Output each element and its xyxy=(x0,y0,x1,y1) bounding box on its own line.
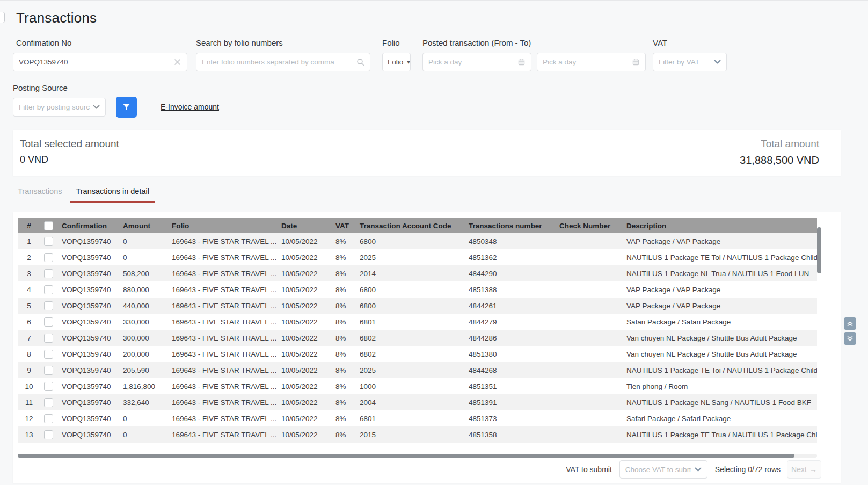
transactions-page: Transactions Confimation No Search by fo… xyxy=(0,0,868,485)
cell-confirmation: VOPQ1359740 xyxy=(56,254,118,262)
cell-transactions-number: 4851358 xyxy=(463,431,554,439)
cell-transactions-number: 4851391 xyxy=(463,399,554,407)
folio-search-input[interactable] xyxy=(202,58,353,66)
col-header-folio[interactable]: Folio xyxy=(166,222,276,230)
table-row: 3VOPQ1359740508,200169643 - FIVE STAR TR… xyxy=(18,265,817,281)
table-header-row: # Confirmation Amount Folio Date VAT Tra… xyxy=(18,218,817,233)
total-selected-label: Total selected amount xyxy=(20,138,119,150)
horizontal-scrollbar[interactable] xyxy=(18,454,817,458)
tab-transactions-in-detail[interactable]: Transactions in detail xyxy=(70,187,154,203)
next-button-label: Next xyxy=(791,465,807,474)
cell-confirmation: VOPQ1359740 xyxy=(56,318,118,326)
row-checkbox[interactable] xyxy=(44,301,53,310)
cell-transactions-number: 4844279 xyxy=(463,318,554,326)
confirmation-no-input[interactable] xyxy=(19,58,173,66)
row-checkbox[interactable] xyxy=(44,237,53,246)
posting-source-dropdown[interactable]: Filter by posting source xyxy=(13,98,106,117)
cell-account-code: 2025 xyxy=(354,254,463,262)
col-header-transactions-number[interactable]: Transactions number xyxy=(463,222,554,230)
cell-folio: 169643 - FIVE STAR TRAVEL ... xyxy=(166,237,276,245)
cell-folio: 169643 - FIVE STAR TRAVEL ... xyxy=(166,415,276,423)
cell-folio: 169643 - FIVE STAR TRAVEL ... xyxy=(166,431,276,439)
tab-transactions[interactable]: Transactions xyxy=(18,187,62,203)
cell-folio: 169643 - FIVE STAR TRAVEL ... xyxy=(166,270,276,278)
cell-amount: 508,200 xyxy=(118,270,166,278)
cell-account-code: 2025 xyxy=(354,366,463,374)
confirmation-no-field[interactable] xyxy=(13,53,187,71)
row-checkbox-cell xyxy=(40,253,56,262)
cell-vat: 8% xyxy=(330,382,354,390)
row-checkbox[interactable] xyxy=(44,269,53,278)
table-footer: VAT to submit Choose VAT to submit Selec… xyxy=(13,460,841,479)
apply-filter-button[interactable] xyxy=(116,97,137,118)
vat-filter-placeholder: Filter by VAT xyxy=(659,58,711,66)
row-checkbox[interactable] xyxy=(44,414,53,423)
cell-transactions-number: 4851351 xyxy=(463,382,554,390)
cell-confirmation: VOPQ1359740 xyxy=(56,415,118,423)
edge-element[interactable] xyxy=(0,12,5,23)
row-checkbox[interactable] xyxy=(44,285,53,294)
e-invoice-amount-link[interactable]: E-Invoice amount xyxy=(161,103,219,111)
col-header-description[interactable]: Description xyxy=(621,222,817,230)
cell-folio: 169643 - FIVE STAR TRAVEL ... xyxy=(166,286,276,294)
posted-from-field[interactable] xyxy=(422,53,531,71)
cell-transactions-number: 4850348 xyxy=(463,237,554,245)
col-header-checkbox xyxy=(40,221,56,230)
row-checkbox-cell xyxy=(40,301,56,310)
cell-confirmation: VOPQ1359740 xyxy=(56,431,118,439)
table-row: 11VOPQ1359740332,640169643 - FIVE STAR T… xyxy=(18,394,817,410)
row-checkbox[interactable] xyxy=(44,430,53,439)
cell-description: VAP Package / VAP Package xyxy=(621,237,817,245)
row-checkbox[interactable] xyxy=(44,382,53,391)
cell-account-code: 6802 xyxy=(354,350,463,358)
cell-folio: 169643 - FIVE STAR TRAVEL ... xyxy=(166,318,276,326)
cell-folio: 169643 - FIVE STAR TRAVEL ... xyxy=(166,350,276,358)
double-chevron-down-icon xyxy=(847,335,854,342)
row-checkbox-cell xyxy=(40,317,56,327)
col-header-check-number[interactable]: Check Number xyxy=(554,222,621,230)
row-checkbox[interactable] xyxy=(44,398,53,407)
cell-vat: 8% xyxy=(330,350,354,358)
posted-to-input[interactable] xyxy=(543,58,629,66)
next-button[interactable]: Next → xyxy=(787,460,821,479)
table-row: 4VOPQ1359740880,000169643 - FIVE STAR TR… xyxy=(18,281,817,298)
vertical-scrollbar[interactable] xyxy=(817,227,821,442)
cell-vat: 8% xyxy=(330,302,354,310)
row-index: 2 xyxy=(18,254,40,262)
col-header-index[interactable]: # xyxy=(18,222,40,230)
vat-filter-dropdown[interactable]: Filter by VAT xyxy=(653,53,727,71)
row-checkbox[interactable] xyxy=(44,366,53,375)
cell-confirmation: VOPQ1359740 xyxy=(56,382,118,390)
posted-to-field[interactable] xyxy=(537,53,646,71)
vat-to-submit-dropdown[interactable]: Choose VAT to submit xyxy=(619,460,707,479)
cell-amount: 0 xyxy=(118,431,166,439)
cell-vat: 8% xyxy=(330,334,354,342)
folio-search-field[interactable] xyxy=(196,53,370,71)
cell-date: 10/05/2022 xyxy=(276,237,330,245)
col-header-vat[interactable]: VAT xyxy=(330,222,354,230)
row-checkbox[interactable] xyxy=(44,253,53,262)
cell-vat: 8% xyxy=(330,318,354,326)
scroll-to-bottom-button[interactable] xyxy=(844,332,856,345)
vertical-scrollbar-thumb[interactable] xyxy=(817,227,821,273)
row-checkbox[interactable] xyxy=(44,317,53,327)
row-checkbox[interactable] xyxy=(44,350,53,359)
horizontal-scrollbar-thumb[interactable] xyxy=(18,454,794,458)
posted-from-input[interactable] xyxy=(428,58,514,66)
posted-transaction-label: Posted transaction (From - To) xyxy=(422,38,531,47)
cell-folio: 169643 - FIVE STAR TRAVEL ... xyxy=(166,366,276,374)
scroll-to-top-button[interactable] xyxy=(844,317,856,330)
cell-transactions-number: 4851362 xyxy=(463,254,554,262)
row-checkbox[interactable] xyxy=(44,334,53,343)
col-header-account-code[interactable]: Transaction Account Code xyxy=(354,222,463,230)
row-index: 5 xyxy=(18,302,40,310)
col-header-date[interactable]: Date xyxy=(276,222,330,230)
folio-dropdown[interactable]: Folio ▾ xyxy=(382,53,411,71)
col-header-amount[interactable]: Amount xyxy=(118,222,166,230)
folio-search-label: Search by folio numbers xyxy=(196,38,283,47)
cell-amount: 0 xyxy=(118,237,166,245)
table-row: 7VOPQ1359740300,000169643 - FIVE STAR TR… xyxy=(18,330,817,346)
col-header-confirmation[interactable]: Confirmation xyxy=(56,222,118,230)
clear-icon[interactable] xyxy=(173,58,181,66)
select-all-checkbox[interactable] xyxy=(44,221,53,230)
